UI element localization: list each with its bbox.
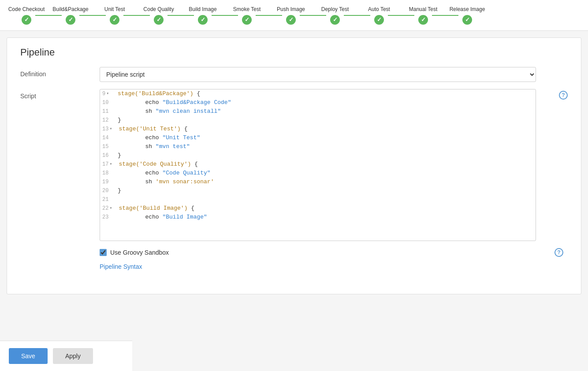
code-line: 14 echo "Unit Test"	[100, 134, 536, 142]
main-content: Pipeline Definition Pipeline scriptPipel…	[7, 37, 581, 294]
step-item-code-quality[interactable]: Code Quality	[137, 6, 181, 25]
step-check-release-image	[462, 15, 472, 25]
definition-control: Pipeline scriptPipeline script from SCM	[100, 67, 568, 82]
line-number: 23	[100, 213, 115, 222]
step-check-build-package	[66, 15, 75, 25]
line-number: 16	[100, 151, 115, 160]
step-check-auto-test	[374, 15, 384, 25]
code-content: echo "Code Quality"	[115, 169, 211, 178]
page-title: Pipeline	[20, 47, 568, 58]
code-content: stage('Build Image') {	[116, 204, 194, 213]
code-content: stage('Unit Test') {	[116, 125, 187, 134]
code-line: 13▾stage('Unit Test') {	[100, 125, 536, 134]
pipeline-steps-bar: Code CheckoutBuild&PackageUnit TestCode …	[0, 0, 588, 31]
code-content: }	[115, 151, 121, 160]
code-line: 15 sh "mvn test"	[100, 142, 536, 151]
code-line: 23 echo "Build Image"	[100, 213, 536, 222]
code-line: 21	[100, 195, 536, 204]
line-number: 19	[100, 178, 115, 186]
step-item-build-package[interactable]: Build&Package	[48, 6, 93, 25]
line-number: 9▾	[100, 89, 115, 98]
definition-select[interactable]: Pipeline scriptPipeline script from SCM	[100, 67, 536, 82]
step-item-auto-test[interactable]: Auto Test	[357, 6, 401, 25]
step-item-release-image[interactable]: Release Image	[445, 6, 489, 25]
code-line: 20}	[100, 186, 536, 195]
definition-row: Definition Pipeline scriptPipeline scrip…	[20, 67, 568, 82]
step-check-build-image	[198, 15, 208, 25]
code-content: echo "Build&Package Code"	[115, 98, 231, 107]
step-check-push-image	[286, 15, 296, 25]
step-check-smoke-test	[242, 15, 252, 25]
fold-arrow[interactable]: ▾	[106, 89, 109, 98]
sandbox-row: Use Groovy Sandbox ?	[100, 248, 568, 257]
step-label-build-package: Build&Package	[52, 6, 88, 12]
fold-arrow[interactable]: ▾	[109, 160, 112, 169]
script-label: Script	[20, 89, 100, 100]
line-number: 21	[100, 195, 115, 204]
code-line: 9▾stage('Build&Package') {	[100, 89, 536, 98]
groovy-sandbox-checkbox[interactable]	[100, 249, 107, 256]
code-line: 22▾stage('Build Image') {	[100, 204, 536, 213]
code-content: echo "Build Image"	[115, 213, 207, 222]
code-line: 16}	[100, 151, 536, 160]
sandbox-help-icon[interactable]: ?	[555, 248, 563, 257]
step-label-release-image: Release Image	[450, 6, 485, 12]
step-check-code-checkout	[22, 15, 31, 25]
code-content: }	[115, 116, 121, 125]
step-label-code-checkout: Code Checkout	[8, 6, 45, 12]
code-content: echo "Unit Test"	[115, 134, 200, 142]
step-item-deploy-test[interactable]: Deploy Test	[313, 6, 357, 25]
step-label-unit-test: Unit Test	[104, 6, 125, 12]
step-label-manual-test: Manual Test	[409, 6, 437, 12]
step-item-code-checkout[interactable]: Code Checkout	[4, 6, 48, 25]
step-item-smoke-test[interactable]: Smoke Test	[225, 6, 269, 25]
step-item-push-image[interactable]: Push Image	[269, 6, 313, 25]
step-label-push-image: Push Image	[277, 6, 305, 12]
line-number: 20	[100, 186, 115, 195]
sandbox-label[interactable]: Use Groovy Sandbox	[110, 249, 169, 256]
step-label-deploy-test: Deploy Test	[321, 6, 349, 12]
script-editor[interactable]: 9▾stage('Build&Package') {10 echo "Build…	[100, 89, 536, 241]
line-number: 11	[100, 107, 115, 116]
line-number: 12	[100, 116, 115, 125]
step-check-unit-test	[110, 15, 119, 25]
fold-arrow[interactable]: ▾	[109, 204, 112, 213]
fold-arrow[interactable]: ▾	[109, 125, 112, 134]
step-label-auto-test: Auto Test	[368, 6, 390, 12]
step-item-build-image[interactable]: Build Image	[181, 6, 225, 25]
step-label-smoke-test: Smoke Test	[233, 6, 261, 12]
code-content: sh 'mvn sonar:sonar'	[115, 178, 214, 186]
syntax-link-row: Pipeline Syntax	[100, 263, 568, 270]
code-content: sh "mvn clean install"	[115, 107, 221, 116]
pipeline-syntax-link[interactable]: Pipeline Syntax	[100, 263, 142, 270]
step-label-code-quality: Code Quality	[143, 6, 174, 12]
step-item-manual-test[interactable]: Manual Test	[401, 6, 445, 25]
code-line: 17▾stage('Code Quality') {	[100, 160, 536, 169]
line-number: 14	[100, 134, 115, 142]
code-content: }	[115, 186, 121, 195]
line-number: 18	[100, 169, 115, 178]
line-number: 17▾	[100, 160, 116, 169]
code-content: stage('Build&Package') {	[115, 89, 200, 98]
code-content: stage('Code Quality') {	[116, 160, 197, 169]
step-check-deploy-test	[330, 15, 340, 25]
line-number: 15	[100, 142, 115, 151]
code-line: 18 echo "Code Quality"	[100, 169, 536, 178]
line-number: 13▾	[100, 125, 116, 134]
code-line: 12}	[100, 116, 536, 125]
line-number: 10	[100, 98, 115, 107]
code-content: sh "mvn test"	[115, 142, 190, 151]
code-line: 19 sh 'mvn sonar:sonar'	[100, 178, 536, 186]
script-editor-wrap: 9▾stage('Build&Package') {10 echo "Build…	[100, 89, 568, 241]
step-check-code-quality	[154, 15, 164, 25]
script-help-icon[interactable]: ?	[559, 91, 568, 100]
code-line: 11 sh "mvn clean install"	[100, 107, 536, 116]
script-section: Script 9▾stage('Build&Package') {10 echo…	[20, 89, 568, 241]
line-number: 22▾	[100, 204, 116, 213]
definition-label: Definition	[20, 67, 100, 78]
step-check-manual-test	[418, 15, 428, 25]
code-line: 10 echo "Build&Package Code"	[100, 98, 536, 107]
step-item-unit-test[interactable]: Unit Test	[93, 6, 137, 25]
step-label-build-image: Build Image	[189, 6, 216, 12]
